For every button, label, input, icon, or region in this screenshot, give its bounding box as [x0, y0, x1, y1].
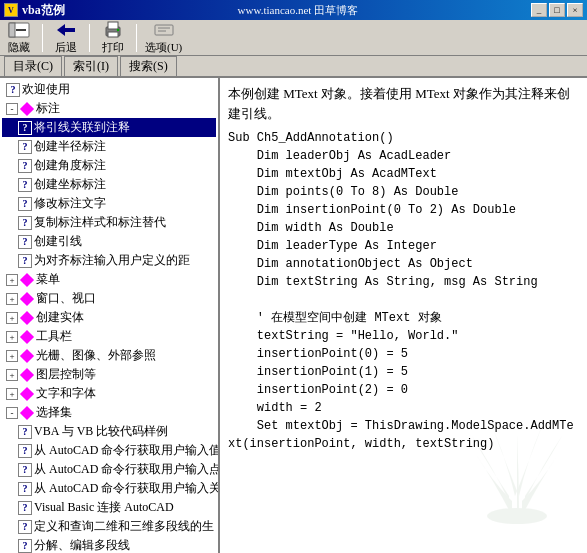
tree-item-menu[interactable]: + 菜单: [2, 270, 216, 289]
print-label: 打印: [102, 40, 124, 55]
q-icon-vba: ?: [18, 425, 32, 439]
app-title: vba范例: [22, 2, 65, 19]
tree-item-font[interactable]: + 文字和字体: [2, 384, 216, 403]
tree-label-zuobiao: 创建坐标标注: [34, 176, 106, 193]
expand-layer[interactable]: +: [6, 369, 18, 381]
diamond-icon-toolbar: [20, 330, 34, 344]
tree-container[interactable]: ? 欢迎使用 - 标注 ? 将引线关联到注释 ? 创建半: [0, 78, 218, 553]
minimize-button[interactable]: _: [531, 3, 547, 17]
expand-font[interactable]: +: [6, 388, 18, 400]
tree-item-duiqi[interactable]: ? 为对齐标注输入用户定义的距: [2, 251, 216, 270]
close-button[interactable]: ×: [567, 3, 583, 17]
q-icon-duiqi: ?: [18, 254, 32, 268]
tree-label-layer: 图层控制等: [36, 366, 96, 383]
print-button[interactable]: 打印: [98, 20, 128, 55]
expand-toolbar[interactable]: +: [6, 331, 18, 343]
expand-biaozu[interactable]: -: [6, 103, 18, 115]
q-icon-polydef: ?: [18, 520, 32, 534]
tree-label-selset: 选择集: [36, 404, 72, 421]
tree-item-cmd2[interactable]: ? 从 AutoCAD 命令行获取用户输入点: [2, 460, 216, 479]
tree-item-welcome[interactable]: ? 欢迎使用: [2, 80, 216, 99]
tree-label-polydef: 定义和查询二维和三维多段线的生: [34, 518, 214, 535]
svg-rect-1: [9, 23, 15, 37]
tree-label-biaozu: 标注: [36, 100, 60, 117]
tree-item-polyedit[interactable]: ? 分解、编辑多段线: [2, 536, 216, 553]
tree-label-toolbar: 工具栏: [36, 328, 72, 345]
app-icon: V: [4, 3, 18, 17]
q-icon: ?: [6, 83, 20, 97]
tree-item-chuangjian[interactable]: ? 创建引线: [2, 232, 216, 251]
q-icon-zuobiao: ?: [18, 178, 32, 192]
diamond-icon-biaozu: [20, 102, 34, 116]
tree-label-xiugai: 修改标注文字: [34, 195, 106, 212]
tree-label-vblink: Visual Basic 连接 AutoCAD: [34, 499, 174, 516]
tree-item-xiugai[interactable]: ? 修改标注文字: [2, 194, 216, 213]
tree-item-linyin[interactable]: ? 将引线关联到注释: [2, 118, 216, 137]
left-panel: ? 欢迎使用 - 标注 ? 将引线关联到注释 ? 创建半: [0, 78, 220, 553]
tree-item-vba[interactable]: ? VBA 与 VB 比较代码样例: [2, 422, 216, 441]
q-icon-polyedit: ?: [18, 539, 32, 553]
tree-item-banjing[interactable]: ? 创建半径标注: [2, 137, 216, 156]
tree-label-cmd2: 从 AutoCAD 命令行获取用户输入点: [34, 461, 218, 478]
tree-item-raster[interactable]: + 光栅、图像、外部参照: [2, 346, 216, 365]
expand-window[interactable]: +: [6, 293, 18, 305]
options-button[interactable]: 选项(U): [145, 20, 182, 55]
tree-item-cmd3[interactable]: ? 从 AutoCAD 命令行获取用户输入关键: [2, 479, 216, 498]
svg-point-8: [117, 29, 119, 31]
q-icon-banjing: ?: [18, 140, 32, 154]
maximize-button[interactable]: □: [549, 3, 565, 17]
q-icon-linyin: ?: [18, 121, 32, 135]
tree-label-cmd1: 从 AutoCAD 命令行获取用户输入值: [34, 442, 218, 459]
tree-label-jiaodu: 创建角度标注: [34, 157, 106, 174]
tree-label-chuangjian: 创建引线: [34, 233, 82, 250]
tree-label-vba: VBA 与 VB 比较代码样例: [34, 423, 168, 440]
window-controls[interactable]: _ □ ×: [531, 3, 583, 17]
right-panel: 本例创建 MText 对象。接着使用 MText 对象作为其注释来创建引线。 S…: [220, 78, 587, 553]
options-icon: [152, 20, 176, 40]
tree-item-cmd1[interactable]: ? 从 AutoCAD 命令行获取用户输入值: [2, 441, 216, 460]
tree-item-jiaodu[interactable]: ? 创建角度标注: [2, 156, 216, 175]
svg-rect-4: [64, 28, 75, 32]
svg-rect-9: [155, 25, 173, 35]
tree-label-duiqi: 为对齐标注输入用户定义的距: [34, 252, 190, 269]
diamond-icon-font: [20, 387, 34, 401]
hide-button[interactable]: 隐藏: [4, 20, 34, 55]
tree-item-selset[interactable]: - 选择集: [2, 403, 216, 422]
tree-label-cmd3: 从 AutoCAD 命令行获取用户输入关键: [34, 480, 218, 497]
tree-label-menu: 菜单: [36, 271, 60, 288]
tree-item-vblink[interactable]: ? Visual Basic 连接 AutoCAD: [2, 498, 216, 517]
expand-selset[interactable]: -: [6, 407, 18, 419]
expand-raster[interactable]: +: [6, 350, 18, 362]
expand-menu[interactable]: +: [6, 274, 18, 286]
tree-label-fuzhi: 复制标注样式和标注替代: [34, 214, 166, 231]
svg-rect-6: [108, 22, 118, 29]
tab-catalog[interactable]: 目录(C): [4, 56, 62, 76]
tree-item-polydef[interactable]: ? 定义和查询二维和三维多段线的生: [2, 517, 216, 536]
toolbar-sep-1: [42, 24, 43, 52]
tree-label-polyedit: 分解、编辑多段线: [34, 537, 130, 553]
tab-index[interactable]: 索引(I): [64, 56, 118, 76]
tab-search[interactable]: 搜索(S): [120, 56, 177, 76]
tree-item-entity[interactable]: + 创建实体: [2, 308, 216, 327]
q-icon-jiaodu: ?: [18, 159, 32, 173]
tree-item-window[interactable]: + 窗口、视口: [2, 289, 216, 308]
diamond-icon-selset: [20, 406, 34, 420]
toolbar-sep-2: [89, 24, 90, 52]
expand-entity[interactable]: +: [6, 312, 18, 324]
content-intro: 本例创建 MText 对象。接着使用 MText 对象作为其注释来创建引线。: [228, 84, 579, 123]
hide-label: 隐藏: [8, 40, 30, 55]
q-icon-cmd1: ?: [18, 444, 32, 458]
website-label: www.tiancao.net 田草博客: [238, 3, 359, 18]
q-icon-xiugai: ?: [18, 197, 32, 211]
tree-item-zuobiao[interactable]: ? 创建坐标标注: [2, 175, 216, 194]
tree-item-fuzhi[interactable]: ? 复制标注样式和标注替代: [2, 213, 216, 232]
tree-item-toolbar-item[interactable]: + 工具栏: [2, 327, 216, 346]
tree-label-linyin: 将引线关联到注释: [34, 119, 130, 136]
tree-item-layer[interactable]: + 图层控制等: [2, 365, 216, 384]
toolbar-sep-3: [136, 24, 137, 52]
back-icon: [54, 20, 78, 40]
back-button[interactable]: 后退: [51, 20, 81, 55]
tree-item-biaozu[interactable]: - 标注: [2, 99, 216, 118]
tree-label-entity: 创建实体: [36, 309, 84, 326]
print-icon: [101, 20, 125, 40]
